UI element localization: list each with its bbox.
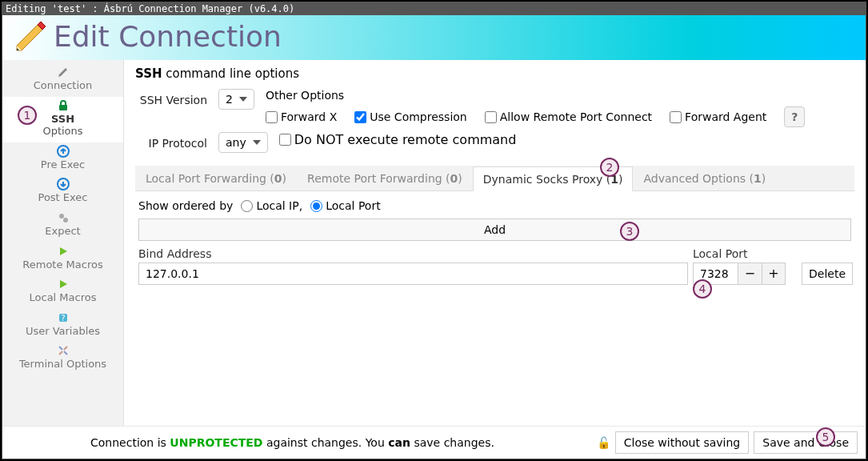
bind-address-input[interactable] (138, 263, 688, 285)
col-bind-header: Bind Address (138, 247, 688, 260)
arrow-down-circle-icon (57, 178, 70, 190)
badge-1: 1 (18, 106, 37, 125)
tab-local-pf[interactable]: Local Port Forwarding (0) (135, 166, 297, 190)
ip-protocol-label: IP Protocol (135, 132, 207, 150)
question-icon: ? (57, 311, 70, 324)
dynamic-socks-panel: Show ordered by Local IP, Local Port Add… (135, 191, 854, 423)
svg-point-8 (63, 218, 68, 222)
svg-marker-9 (60, 247, 67, 255)
sidebar-item-remote-macros[interactable]: Remote Macros (2, 243, 123, 276)
play-icon (57, 278, 70, 291)
tab-advanced[interactable]: Advanced Options (1) (633, 166, 776, 190)
lock-icon (57, 99, 70, 112)
col-port-header: Local Port (693, 247, 797, 260)
order-local-port-radio[interactable]: Local Port (310, 199, 381, 212)
forward-agent-checkbox[interactable]: Forward Agent (670, 110, 766, 123)
header: Edit Connection (2, 15, 866, 60)
add-button[interactable]: Add (138, 218, 851, 241)
footer-status: Connection is UNPROTECTED against change… (90, 436, 494, 449)
sidebar-item-expect[interactable]: Expect (2, 209, 123, 243)
sidebar-item-post-exec[interactable]: Post Exec (2, 175, 123, 209)
svg-marker-10 (60, 280, 67, 288)
svg-text:?: ? (61, 314, 65, 323)
main-panel: SSH command line options SSH Version 2 O… (124, 60, 866, 426)
forward-x-checkbox[interactable]: Forward X (266, 110, 337, 123)
badge-3: 3 (620, 222, 639, 241)
allow-remote-port-checkbox[interactable]: Allow Remote Port Connect (485, 110, 652, 123)
pencil-icon (10, 18, 49, 57)
save-and-close-button[interactable]: Save and Close (754, 431, 858, 454)
ssh-version-select[interactable]: 2 (218, 89, 254, 110)
use-compression-checkbox[interactable]: Use Compression (354, 110, 466, 123)
sidebar-item-connection[interactable]: Connection (2, 63, 123, 97)
port-increment-button[interactable]: + (762, 263, 786, 285)
unlock-icon[interactable]: 🔓 (597, 436, 610, 449)
help-button[interactable]: ? (784, 106, 805, 127)
footer: Connection is UNPROTECTED against change… (2, 426, 866, 459)
badge-5: 5 (816, 427, 835, 447)
page-title: Edit Connection (54, 20, 282, 53)
tools-icon (57, 344, 70, 357)
badge-4: 4 (693, 279, 712, 299)
badge-2: 2 (600, 158, 619, 177)
svg-point-7 (59, 214, 64, 218)
window-title: Editing 'test' : Ásbrú Connection Manage… (2, 2, 866, 15)
svg-rect-4 (59, 105, 67, 110)
order-local-ip-radio[interactable]: Local IP, (241, 199, 302, 212)
close-without-saving-button[interactable]: Close without saving (615, 431, 749, 454)
pencil-small-icon (57, 66, 70, 78)
tabbar: Local Port Forwarding (0) Remote Port Fo… (135, 166, 854, 191)
delete-button[interactable]: Delete (802, 263, 853, 285)
svg-marker-0 (17, 25, 42, 50)
sidebar-item-terminal-options[interactable]: Terminal Options (2, 342, 123, 375)
no-remote-cmd-checkbox[interactable]: Do NOT execute remote command (279, 132, 517, 147)
port-decrement-button[interactable]: − (738, 263, 762, 285)
ssh-version-label: SSH Version (135, 89, 207, 106)
tab-remote-pf[interactable]: Remote Port Forwarding (0) (297, 166, 473, 190)
ip-protocol-select[interactable]: any (218, 132, 268, 153)
sidebar-item-pre-exec[interactable]: Pre Exec (2, 142, 123, 176)
sidebar-item-local-macros[interactable]: Local Macros (2, 275, 123, 309)
order-label: Show ordered by (138, 199, 233, 212)
sidebar-item-user-variables[interactable]: ? User Variables (2, 309, 123, 343)
section-title: SSH command line options (135, 66, 854, 81)
other-options-label: Other Options (266, 89, 854, 102)
play-icon (57, 245, 70, 258)
arrow-up-circle-icon (57, 145, 70, 158)
gears-icon (57, 211, 70, 224)
